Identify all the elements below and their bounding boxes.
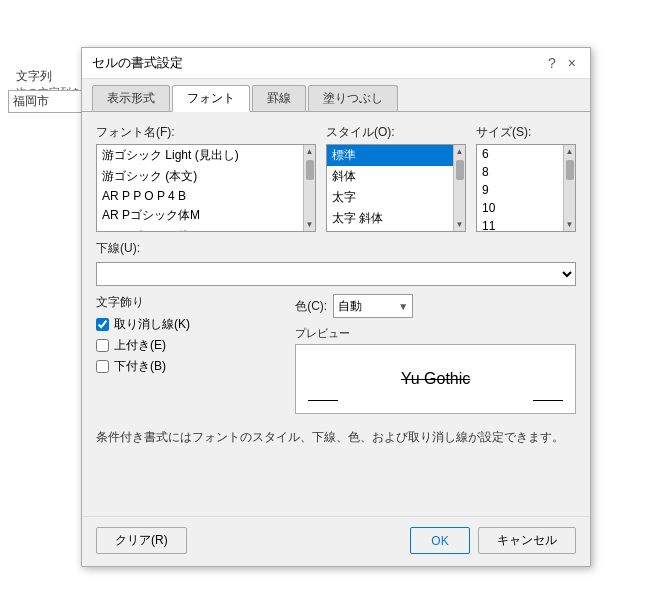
style-item-3[interactable]: 太字 斜体 [327, 208, 453, 229]
style-item-0[interactable]: 標準 [327, 145, 453, 166]
font-name-listbox[interactable]: 游ゴシック Light (見出し) 游ゴシック (本文) AR P P O P … [97, 145, 303, 231]
font-item-1[interactable]: 游ゴシック (本文) [97, 166, 303, 187]
size-item-0[interactable]: 6 [477, 145, 563, 163]
size-listbox[interactable]: 6 8 9 10 11 12 [477, 145, 563, 231]
style-scroll-down[interactable]: ▼ [454, 218, 466, 231]
style-section: スタイル(O): 標準 斜体 太字 太字 斜体 ▲ ▼ [326, 124, 466, 232]
subscript-label: 下付き(B) [114, 358, 166, 375]
font-item-4[interactable]: AR Pゴシック体S [97, 226, 303, 231]
size-section: サイズ(S): 6 8 9 10 11 12 ▲ ▼ [476, 124, 576, 232]
size-scrollbar[interactable]: ▲ ▼ [563, 145, 575, 231]
size-item-4[interactable]: 11 [477, 217, 563, 231]
font-name-listbox-container: 游ゴシック Light (見出し) 游ゴシック (本文) AR P P O P … [96, 144, 316, 232]
strikethrough-label: 取り消し線(K) [114, 316, 190, 333]
tab-bar: 表示形式 フォント 罫線 塗りつぶし [82, 79, 590, 112]
superscript-row: 上付き(E) [96, 337, 283, 354]
superscript-label: 上付き(E) [114, 337, 166, 354]
size-listbox-container: 6 8 9 10 11 12 ▲ ▼ [476, 144, 576, 232]
style-label: スタイル(O): [326, 124, 466, 141]
decoration-section: 文字飾り 取り消し線(K) 上付き(E) 下付き(B) [96, 294, 283, 414]
style-listbox[interactable]: 標準 斜体 太字 太字 斜体 [327, 145, 453, 231]
dialog-titlebar: セルの書式設定 ? × [82, 48, 590, 79]
size-scroll-thumb [566, 160, 574, 180]
style-listbox-container: 標準 斜体 太字 太字 斜体 ▲ ▼ [326, 144, 466, 232]
preview-text: Yu Gothic [401, 370, 470, 388]
style-scrollbar[interactable]: ▲ ▼ [453, 145, 465, 231]
preview-underline-left [308, 400, 338, 401]
superscript-checkbox[interactable] [96, 339, 109, 352]
font-name-section: フォント名(F): 游ゴシック Light (見出し) 游ゴシック (本文) A… [96, 124, 316, 232]
font-item-3[interactable]: AR Pゴシック体M [97, 205, 303, 226]
font-item-0[interactable]: 游ゴシック Light (見出し) [97, 145, 303, 166]
size-item-3[interactable]: 10 [477, 199, 563, 217]
cell-format-dialog: セルの書式設定 ? × 表示形式 フォント 罫線 塗りつぶし フォント名(F):… [81, 47, 591, 567]
style-scroll-up[interactable]: ▲ [454, 145, 466, 158]
preview-section: プレビュー Yu Gothic [295, 326, 576, 414]
cancel-button[interactable]: キャンセル [478, 527, 576, 554]
preview-underline-right [533, 400, 563, 401]
size-item-2[interactable]: 9 [477, 181, 563, 199]
decoration-title: 文字飾り [96, 294, 283, 311]
subscript-checkbox[interactable] [96, 360, 109, 373]
scroll-thumb [306, 160, 314, 180]
info-text: 条件付き書式にはフォントのスタイル、下線、色、および取り消し線が設定できます。 [96, 428, 576, 446]
style-item-1[interactable]: 斜体 [327, 166, 453, 187]
color-row: 色(C): 自動 ▼ [295, 294, 576, 318]
strikethrough-checkbox[interactable] [96, 318, 109, 331]
size-label: サイズ(S): [476, 124, 576, 141]
titlebar-buttons: ? × [544, 56, 580, 70]
strikethrough-row: 取り消し線(K) [96, 316, 283, 333]
lower-section: 文字飾り 取り消し線(K) 上付き(E) 下付き(B) 色(C): [96, 294, 576, 414]
three-col-section: フォント名(F): 游ゴシック Light (見出し) 游ゴシック (本文) A… [96, 124, 576, 232]
color-value: 自動 [338, 298, 362, 315]
underline-select[interactable] [96, 262, 576, 286]
font-item-2[interactable]: AR P P O P 4 B [97, 187, 303, 205]
close-button[interactable]: × [564, 56, 580, 70]
scroll-up-arrow[interactable]: ▲ [304, 145, 316, 158]
size-scroll-up[interactable]: ▲ [564, 145, 576, 158]
dialog-title: セルの書式設定 [92, 54, 183, 72]
dialog-footer: クリア(R) OK キャンセル [82, 516, 590, 566]
help-button[interactable]: ? [544, 56, 560, 70]
color-dropdown-arrow: ▼ [398, 301, 408, 312]
color-preview-section: 色(C): 自動 ▼ プレビュー Yu Gothic [295, 294, 576, 414]
tab-font[interactable]: フォント [172, 85, 250, 112]
size-item-1[interactable]: 8 [477, 163, 563, 181]
color-dropdown[interactable]: 自動 ▼ [333, 294, 413, 318]
tab-fill[interactable]: 塗りつぶし [308, 85, 398, 111]
clear-button[interactable]: クリア(R) [96, 527, 187, 554]
preview-lines [296, 400, 575, 401]
style-item-2[interactable]: 太字 [327, 187, 453, 208]
color-label: 色(C): [295, 298, 327, 315]
font-scrollbar[interactable]: ▲ ▼ [303, 145, 315, 231]
tab-border[interactable]: 罫線 [252, 85, 306, 111]
size-scroll-down[interactable]: ▼ [564, 218, 576, 231]
ok-button[interactable]: OK [410, 527, 470, 554]
underline-label: 下線(U): [96, 240, 576, 257]
preview-label: プレビュー [295, 326, 576, 341]
font-name-label: フォント名(F): [96, 124, 316, 141]
subscript-row: 下付き(B) [96, 358, 283, 375]
underline-section: 下線(U): [96, 240, 576, 286]
scroll-down-arrow[interactable]: ▼ [304, 218, 316, 231]
style-scroll-thumb [456, 160, 464, 180]
tab-format[interactable]: 表示形式 [92, 85, 170, 111]
dialog-body: フォント名(F): 游ゴシック Light (見出し) 游ゴシック (本文) A… [82, 112, 590, 516]
preview-box: Yu Gothic [295, 344, 576, 414]
